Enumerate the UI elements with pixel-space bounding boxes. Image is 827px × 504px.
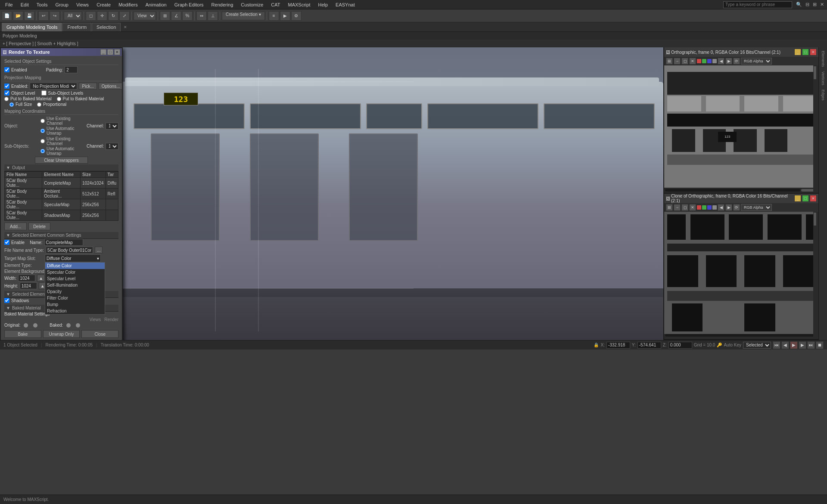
ortho-top-close-tool[interactable]: ✕ (689, 58, 696, 65)
ortho-top-maximize[interactable]: □ (802, 49, 809, 56)
tab-close-icon[interactable]: ✕ (124, 25, 127, 29)
ortho-bottom-tb-btn1[interactable]: ⊞ (666, 204, 673, 211)
menu-easynat[interactable]: EASYnat (332, 1, 358, 8)
subobj-use-existing-radio[interactable] (40, 139, 45, 143)
toolbar-open[interactable]: 📂 (13, 11, 23, 21)
minimize-icon[interactable]: ⊟ (804, 1, 811, 8)
width-up-btn[interactable]: ▲ (37, 275, 45, 281)
bake-btn[interactable]: Bake (4, 330, 41, 338)
menu-edit[interactable]: Edit (17, 1, 32, 8)
menu-graph-editors[interactable]: Graph Editors (171, 1, 207, 8)
ortho-bottom-close[interactable]: ✕ (810, 195, 817, 202)
section-selected-object[interactable]: Selected Object Settings (4, 58, 118, 65)
enabled-checkbox[interactable] (4, 67, 9, 72)
menu-tools[interactable]: Tools (33, 1, 51, 8)
angle-snap-btn[interactable]: ∠ (171, 11, 181, 21)
ortho-top-close[interactable]: ✕ (810, 49, 817, 56)
projection-modifier-dropdown[interactable]: No Projection Modifier (30, 83, 77, 90)
selected-dropdown[interactable]: Selected (743, 342, 771, 349)
table-row[interactable]: 5Car Body Oute... Ambient Occlusi... 512… (5, 189, 118, 199)
table-row[interactable]: 5Car Body Oute... SpecularMap 256x256 (5, 199, 118, 210)
ortho-top-scrollbar[interactable] (664, 188, 818, 193)
shadows-checkbox[interactable] (4, 298, 9, 303)
rtt-minimize-btn[interactable]: _ (100, 49, 106, 55)
next-btn[interactable]: ▶ (799, 341, 806, 349)
color-red[interactable] (697, 59, 701, 63)
ortho-bottom-vscrollbar[interactable] (813, 212, 818, 339)
menu-cat[interactable]: CAT (267, 1, 283, 8)
ortho-top-refresh[interactable]: ⟳ (733, 58, 740, 65)
menu-maxscript[interactable]: MAXScript (285, 1, 314, 8)
menu-file[interactable]: File (2, 1, 16, 8)
dropdown-option[interactable]: Opacity (45, 288, 105, 295)
play-btn[interactable]: ▶ (790, 341, 798, 349)
use-existing-radio[interactable] (40, 119, 45, 123)
dropdown-option[interactable]: Diffuse Color (45, 263, 105, 269)
select-filter[interactable]: All (64, 12, 82, 20)
ortho-top-tb-btn1[interactable]: ⊞ (666, 58, 673, 65)
dropdown-option[interactable]: Self-Illumination (45, 282, 105, 288)
maximize-icon[interactable]: ⊞ (811, 1, 818, 8)
channel-dropdown[interactable]: 1 (106, 123, 118, 130)
select-obj-btn[interactable]: ◻ (86, 11, 96, 21)
color-gray-b[interactable] (712, 205, 717, 210)
dropdown-option[interactable]: Filter Color (45, 295, 105, 301)
width-input[interactable] (18, 275, 35, 281)
menu-modifiers[interactable]: Modifiers (115, 1, 141, 8)
ortho-top-tb-btn3[interactable]: ◻ (681, 58, 688, 65)
file-browse-btn[interactable]: ... (95, 247, 103, 254)
toolbar-redo[interactable]: ↪ (50, 11, 60, 21)
put-baked-radio2[interactable] (57, 97, 61, 101)
section-mapping[interactable]: Mapping Coordinates (4, 108, 118, 115)
output-section-header[interactable]: ▼ Output (4, 164, 118, 171)
toolbar-undo[interactable]: ↩ (38, 11, 49, 21)
sub-object-checkbox[interactable] (41, 90, 47, 96)
scale-btn[interactable]: ⤢ (119, 11, 130, 21)
rtt-close-dialog-btn[interactable]: Close (81, 330, 118, 338)
color-gray[interactable] (712, 59, 717, 63)
mirror-btn[interactable]: ⇔ (196, 11, 207, 21)
y-coord-input[interactable] (637, 342, 661, 349)
ortho-top-minimize[interactable]: _ (794, 49, 801, 56)
ortho-bottom-channel-select[interactable]: RGB Alpha (741, 204, 772, 211)
full-size-radio[interactable] (9, 102, 14, 107)
create-selection-btn[interactable]: Create Selection ▾ (222, 12, 265, 20)
color-green-b[interactable] (702, 205, 706, 210)
toolbar-save[interactable]: 💾 (24, 11, 34, 21)
ortho-bottom-refresh[interactable]: ⟳ (733, 204, 740, 211)
rtt-close-btn[interactable]: ✕ (114, 49, 120, 55)
element-enable-checkbox[interactable] (4, 240, 9, 245)
align-btn[interactable]: ⊥ (208, 11, 218, 21)
z-coord-input[interactable] (668, 342, 692, 349)
color-blue[interactable] (707, 59, 712, 63)
toolbar-new[interactable]: 📄 (2, 11, 12, 21)
pick-btn[interactable]: Pick... (79, 83, 96, 90)
stop-btn[interactable]: ⏹ (816, 341, 824, 349)
prev-frame-btn[interactable]: ⏮ (773, 341, 780, 349)
selected-element-header[interactable]: ▼ Selected Element Common Settings (4, 232, 118, 239)
snap-btn[interactable]: ⊞ (160, 11, 170, 21)
far-right-edges[interactable]: Edges (820, 88, 826, 102)
add-btn[interactable]: Add... (4, 223, 27, 230)
render-btn[interactable]: ▶ (280, 11, 290, 21)
menu-views[interactable]: Views (73, 1, 92, 8)
dropdown-option[interactable]: Refraction (45, 308, 105, 314)
close-icon[interactable]: ✕ (819, 1, 825, 8)
color-green[interactable] (702, 59, 706, 63)
color-blue-b[interactable] (707, 205, 712, 210)
delete-btn[interactable]: Delete (28, 223, 50, 230)
ortho-bottom-arrow-right[interactable]: ▶ (725, 204, 732, 211)
tab-selection[interactable]: Selection (92, 23, 121, 31)
options-btn[interactable]: Options... (99, 83, 122, 90)
table-row[interactable]: 5Car Body Oute... CompleteMap 1024x1024 … (5, 178, 118, 189)
search-input[interactable] (723, 1, 792, 8)
ortho-top-vscrollbar[interactable] (813, 65, 818, 193)
use-auto-unwrap-radio[interactable] (40, 129, 45, 133)
height-input[interactable] (20, 282, 37, 289)
subobj-use-auto-radio[interactable] (40, 149, 45, 153)
ortho-bottom-minimize[interactable]: _ (794, 195, 801, 202)
layer-btn[interactable]: ≡ (269, 11, 279, 21)
ortho-bottom-tb-btn2[interactable]: → (674, 204, 681, 211)
dropdown-option[interactable]: Bump (45, 301, 105, 308)
projection-enabled-checkbox[interactable] (4, 83, 9, 89)
